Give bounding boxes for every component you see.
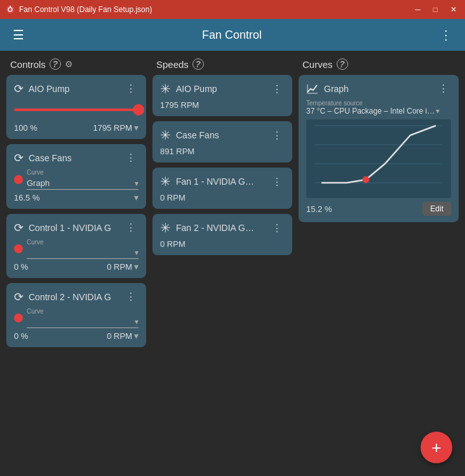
graph-line-icon	[306, 83, 319, 95]
controls-column: ⟳ AIO Pump ⋮ 100 % 1795 RPM ▾	[6, 75, 146, 470]
control-rpm: 0 RPM ▾	[107, 261, 138, 272]
card-header: ⟳ AIO Pump ⋮	[14, 81, 138, 96]
control-rpm: 1795 RPM ▾	[93, 122, 138, 133]
slider-track[interactable]	[14, 109, 138, 111]
red-dot-icon	[14, 244, 23, 253]
app-title: Fan Control	[27, 29, 437, 42]
control-name: AIO Pump	[29, 84, 70, 94]
columns-header: Controls ? ⚙ Speeds ? Curves ?	[0, 51, 465, 75]
card-more-button[interactable]: ⋮	[123, 150, 138, 165]
card-more-button[interactable]: ⋮	[123, 289, 138, 304]
control-name: Control 1 - NVIDIA G	[29, 223, 111, 233]
control-footer: 100 % 1795 RPM ▾	[14, 122, 138, 133]
close-button[interactable]: ✕	[447, 4, 460, 15]
app-header: ☰ Fan Control ⋮	[0, 19, 465, 51]
graph-svg	[306, 119, 451, 195]
card-more-button[interactable]: ⋮	[269, 221, 285, 235]
curve-row: Curve ▾	[14, 308, 138, 328]
speed-name: Case Fans	[176, 130, 219, 140]
dropdown-arrow-icon: ▾	[135, 179, 138, 188]
speeds-label: Speeds	[156, 59, 189, 70]
card-header: ✳ AIO Pump ⋮	[160, 81, 285, 96]
graph-title-left: Graph	[306, 83, 349, 95]
controls-help-icon[interactable]: ?	[50, 58, 61, 70]
svg-point-8	[363, 176, 369, 183]
curve-row: Curve Graph ▾	[14, 169, 138, 190]
speed-rpm: 891 RPM	[160, 147, 285, 156]
speed-card-case-fans: ✳ Case Fans ⋮ 891 RPM	[152, 121, 292, 162]
graph-temp-source-label: Temperature source	[306, 100, 451, 107]
control-percent: 100 %	[14, 123, 37, 133]
card-title-row: ⟳ Control 1 - NVIDIA G	[14, 221, 111, 235]
controls-settings-icon[interactable]: ⚙	[65, 59, 73, 69]
card-title-row: ✳ Case Fans	[160, 128, 219, 143]
red-dot-icon	[14, 175, 23, 184]
card-header: ✳ Fan 1 - NVIDIA GeF… ⋮	[160, 174, 285, 189]
card-more-button[interactable]: ⋮	[269, 128, 285, 143]
fan-icon: ✳	[160, 220, 171, 235]
card-more-button[interactable]: ⋮	[123, 220, 138, 235]
graph-edit-button[interactable]: Edit	[422, 202, 451, 216]
curve-label-small: Curve	[27, 239, 138, 246]
rpm-chevron-icon: ▾	[134, 331, 138, 341]
graph-footer: 15.2 % Edit	[306, 202, 451, 216]
expand-icon[interactable]: ▾	[134, 192, 138, 202]
control-percent: 16.5 %	[14, 193, 39, 202]
main-content: Controls ? ⚙ Speeds ? Curves ? ⟳ AIO Pum…	[0, 51, 465, 476]
fan-icon: ✳	[160, 128, 171, 143]
title-bar-left: Fan Control V98 (Daily Fan Setup.json)	[5, 4, 152, 15]
control-percent: 0 %	[14, 262, 28, 272]
title-bar-text: Fan Control V98 (Daily Fan Setup.json)	[19, 5, 152, 14]
control-footer: 0 % 0 RPM ▾	[14, 261, 138, 272]
control-icon: ⟳	[14, 221, 24, 235]
maximize-button[interactable]: □	[430, 4, 441, 15]
hamburger-menu-button[interactable]: ☰	[10, 25, 27, 45]
curve-dropdown[interactable]: ▾	[27, 316, 138, 328]
control-name: Control 2 - NVIDIA G	[29, 292, 111, 302]
dropdown-arrow-icon: ▾	[135, 248, 138, 257]
control-card-nvidia-2: ⟳ Control 2 - NVIDIA G ⋮ Curve ▾	[6, 283, 146, 347]
control-card-case-fans: ⟳ Case Fans ⋮ Curve Graph ▾	[6, 144, 146, 209]
dropdown-arrow-icon: ▾	[135, 317, 138, 326]
graph-visualization	[306, 119, 451, 198]
curves-column-header: Curves ?	[302, 58, 455, 70]
curve-label-small: Curve	[27, 169, 138, 176]
temp-dropdown-arrow-icon[interactable]: ▾	[436, 107, 440, 116]
curve-dropdown[interactable]: ▾	[27, 247, 138, 259]
card-more-button[interactable]: ⋮	[269, 175, 285, 189]
controls-column-header: Controls ? ⚙	[10, 58, 150, 70]
curve-dropdown[interactable]: Graph ▾	[27, 177, 138, 190]
minimize-button[interactable]: ─	[412, 4, 424, 15]
graph-more-button[interactable]: ⋮	[436, 81, 451, 96]
card-header: ✳ Fan 2 - NVIDIA GeF… ⋮	[160, 220, 285, 235]
graph-title-row: Graph ⋮	[306, 81, 451, 96]
speeds-help-icon[interactable]: ?	[192, 58, 204, 70]
slider-fill	[14, 109, 138, 111]
card-header: ⟳ Control 1 - NVIDIA G ⋮	[14, 220, 138, 235]
card-more-button[interactable]: ⋮	[269, 82, 285, 96]
control-icon: ⟳	[14, 290, 24, 304]
curve-row: Curve ▾	[14, 239, 138, 259]
card-header: ⟳ Control 2 - NVIDIA G ⋮	[14, 289, 138, 304]
graph-percent: 15.2 %	[306, 204, 332, 214]
slider-container	[14, 100, 138, 120]
card-title-row: ✳ Fan 1 - NVIDIA GeF…	[160, 174, 259, 189]
graph-temp-area: Temperature source 37 °C – CPU Package –…	[306, 100, 451, 116]
curve-label-small: Curve	[27, 308, 138, 315]
curves-help-icon[interactable]: ?	[337, 58, 348, 70]
speeds-column-header: Speeds ?	[156, 58, 296, 70]
add-fab-button[interactable]: +	[421, 432, 452, 463]
rpm-chevron-icon: ▾	[134, 261, 138, 272]
fan-icon: ✳	[160, 174, 171, 189]
card-header: ✳ Case Fans ⋮	[160, 128, 285, 143]
control-icon: ⟳	[14, 82, 24, 96]
speed-rpm: 0 RPM	[160, 193, 285, 202]
card-title-row: ⟳ Case Fans	[14, 151, 72, 165]
header-more-button[interactable]: ⋮	[437, 25, 455, 45]
control-percent: 0 %	[14, 331, 28, 341]
curves-label: Curves	[302, 59, 333, 70]
red-dot-icon	[14, 314, 23, 322]
card-more-button[interactable]: ⋮	[123, 81, 138, 96]
columns-area: ⟳ AIO Pump ⋮ 100 % 1795 RPM ▾	[0, 75, 465, 476]
card-title-row: ⟳ Control 2 - NVIDIA G	[14, 290, 111, 304]
